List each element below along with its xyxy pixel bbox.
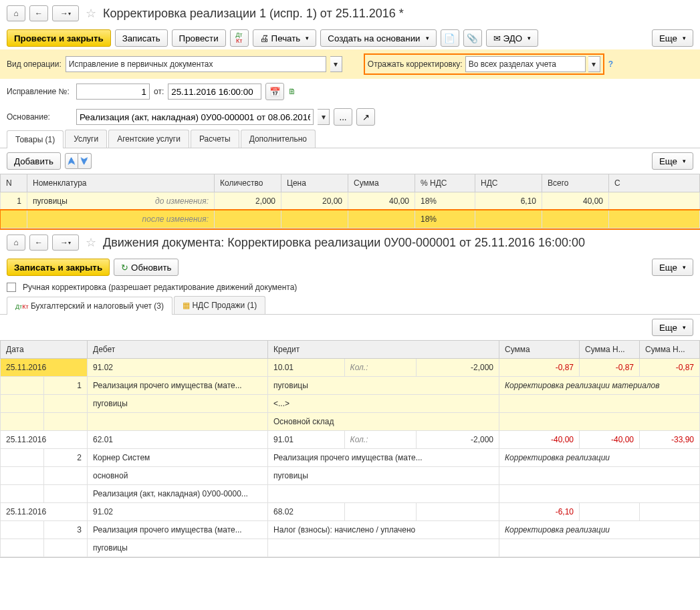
save-button[interactable]: Записать (115, 29, 168, 47)
movement-row-detail: пуговицы <...> (1, 395, 700, 413)
col-total: Всего (542, 174, 609, 192)
doc-icon-button[interactable]: 📄 (441, 29, 459, 47)
movement-row[interactable]: 25.11.2016 62.01 91.01 Кол.:-2,000 -40,0… (1, 431, 700, 449)
reflect-highlight: Отражать корректировку: Во всех разделах… (364, 53, 604, 75)
mcol-n2: Сумма Н... (640, 341, 700, 359)
page-title-2: Движения документа: Корректировка реализ… (103, 236, 585, 250)
tab-goods[interactable]: Товары (1) (7, 130, 64, 148)
basis-dropdown[interactable]: ▾ (318, 109, 330, 125)
tab-services[interactable]: Услуги (65, 130, 107, 148)
basis-label: Основание: (7, 112, 72, 122)
correction-no-input[interactable] (76, 84, 150, 100)
movements-more-button[interactable]: Еще (652, 319, 693, 336)
col-vat-pct: % НДС (415, 174, 475, 192)
star-icon[interactable]: ☆ (86, 6, 96, 21)
table-row-after[interactable]: после изменения: 18% (1, 210, 700, 228)
col-price: Цена (281, 174, 348, 192)
page-title: Корректировка реализации 1 (испр. 1) от … (103, 7, 404, 21)
help-icon[interactable]: ? (608, 59, 613, 69)
col-qty: Количество (215, 174, 281, 192)
tab-vat-sales[interactable]: ▦ НДС Продажи (1) (174, 296, 265, 314)
col-nomen: Номенклатура (27, 174, 215, 192)
move-up-button[interactable]: ⮝ (65, 153, 78, 169)
home-button[interactable]: ⌂ (7, 5, 25, 21)
more-button[interactable]: Еще (652, 29, 693, 47)
movement-row-detail: 3 Реализация прочего имущества (мате... … (1, 521, 700, 539)
forward-button[interactable]: → ▾ (52, 5, 79, 21)
dtkh-icon-button[interactable]: ДтКт (230, 29, 249, 47)
mcol-credit: Кредит (268, 341, 499, 359)
basis-ellipsis[interactable]: ... (334, 108, 352, 126)
post-button[interactable]: Провести (172, 29, 226, 47)
movement-row[interactable]: 25.11.2016 91.02 10.01 Кол.:-2,000 -0,87… (1, 359, 700, 377)
col-extra: С (609, 174, 700, 192)
correction-no-label: Исправление №: (7, 87, 72, 96)
movement-row-detail: пуговицы (1, 539, 700, 557)
operation-type-select[interactable]: Исправление в первичных документах (66, 56, 326, 72)
reflect-select[interactable]: Во всех разделах учета (465, 56, 586, 72)
calendar-icon[interactable]: 📅 (265, 83, 284, 100)
mcol-date: Дата (1, 341, 88, 359)
save-close-button[interactable]: Записать и закрыть (7, 259, 110, 276)
forward-button-2[interactable]: → ▾ (52, 235, 79, 251)
move-down-button[interactable]: ⮟ (78, 153, 92, 169)
movement-row-detail: 1 Реализация прочего имущества (мате... … (1, 377, 700, 395)
manual-label: Ручная корректировка (разрешает редактир… (23, 283, 297, 292)
reflect-label: Отражать корректировку: (368, 59, 463, 69)
refresh-button[interactable]: ↻ Обновить (114, 259, 179, 276)
reflect-dropdown[interactable]: ▾ (588, 56, 600, 72)
edo-button[interactable]: ✉ ЭДО (486, 29, 539, 47)
goods-table: N Номенклатура Количество Цена Сумма % Н… (0, 174, 700, 228)
back-button[interactable]: ← (29, 5, 48, 21)
col-vat: НДС (475, 174, 542, 192)
printed-icon[interactable]: 🗎 (288, 87, 296, 96)
col-sum: Сумма (348, 174, 415, 192)
mcol-amount: Сумма (499, 341, 580, 359)
movement-row[interactable]: 25.11.2016 91.02 68.02 -6,10 (1, 503, 700, 521)
basis-open-icon[interactable]: ↗ (356, 108, 375, 126)
tab-accounting[interactable]: ДтКт Бухгалтерский и налоговый учет (3) (7, 297, 172, 315)
mcol-debit: Дебет (88, 341, 268, 359)
tab-extra[interactable]: Дополнительно (241, 130, 316, 148)
movement-row-detail: основной пуговицы (1, 467, 700, 485)
movement-row-detail: Реализация (акт, накладная) 0У00-0000... (1, 485, 700, 503)
star-icon-2[interactable]: ☆ (86, 235, 96, 250)
back-button-2[interactable]: ← (29, 235, 48, 251)
goods-more-button[interactable]: Еще (652, 152, 693, 170)
print-button[interactable]: 🖨 Печать (253, 29, 317, 47)
from-label: от: (154, 87, 164, 96)
operation-type-dropdown[interactable]: ▾ (330, 56, 342, 72)
movement-row-detail: 2 Корнер Систем Реализация прочего имуще… (1, 449, 700, 467)
home-button-2[interactable]: ⌂ (7, 235, 25, 251)
manual-checkbox[interactable] (7, 283, 16, 292)
tab-agent[interactable]: Агентские услуги (108, 130, 189, 148)
movement-row-detail: Основной склад (1, 413, 700, 431)
movements-table: Дата Дебет Кредит Сумма Сумма Н... Сумма… (0, 340, 700, 557)
table-row-before[interactable]: 1 пуговицыдо изменения: 2,000 20,00 40,0… (1, 192, 700, 210)
attach-icon-button[interactable]: 📎 (463, 29, 482, 47)
operation-type-label: Вид операции: (7, 59, 62, 69)
date-input[interactable] (168, 84, 261, 100)
mcol-n1: Сумма Н... (580, 341, 640, 359)
col-n: N (1, 174, 27, 192)
create-based-button[interactable]: Создать на основании (320, 29, 436, 47)
more-button-2[interactable]: Еще (652, 259, 693, 276)
post-close-button[interactable]: Провести и закрыть (7, 29, 111, 47)
add-button[interactable]: Добавить (7, 152, 61, 170)
tab-calc[interactable]: Расчеты (191, 130, 239, 148)
basis-input[interactable] (76, 109, 314, 125)
